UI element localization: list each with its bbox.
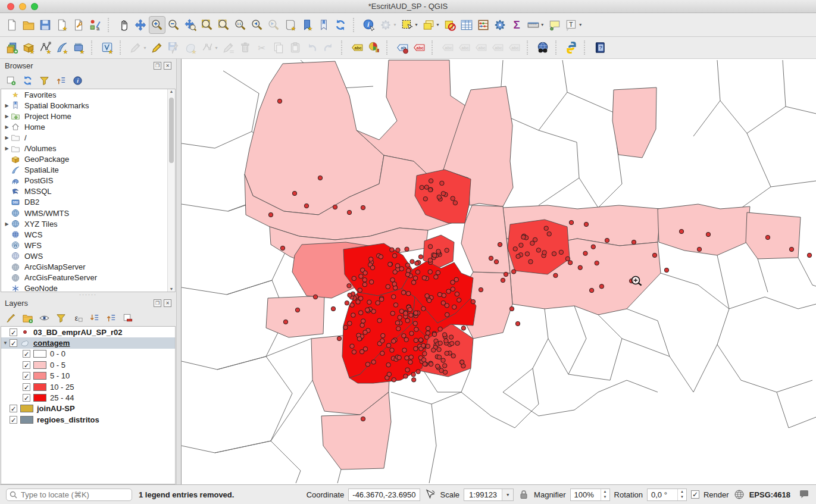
legend-class-row[interactable]: ✓10 - 25 [1, 381, 175, 392]
browser-item-wcs[interactable]: WCS [1, 229, 175, 240]
new-print-layout-button[interactable]: ★ [54, 16, 70, 34]
visibility-checkbox[interactable]: ✓ [10, 416, 17, 424]
zoom-to-selection-button[interactable] [215, 16, 232, 34]
metasearch-button[interactable] [534, 39, 551, 57]
zoom-native-resolution-button[interactable]: 1:1 [232, 16, 249, 34]
pin-labels-button[interactable]: ab [394, 39, 411, 57]
rotation-spinner[interactable]: 0,0 ° ▲▼ [647, 489, 687, 501]
help-button[interactable]: ? [592, 39, 608, 57]
browser-scrollbar[interactable]: ▲▼ [167, 89, 175, 292]
close-window-button[interactable] [7, 3, 14, 10]
collapse-arrow-icon[interactable]: ▼ [1, 340, 10, 346]
run-feature-action-button[interactable]: ▼ [377, 16, 399, 34]
browser-item-mssql[interactable]: MSSQL [1, 186, 175, 197]
browser-item-ows[interactable]: OWS [1, 251, 175, 261]
float-panel-icon[interactable]: ❐ [154, 62, 161, 70]
messages-icon[interactable] [798, 489, 810, 500]
browser-item-favorites[interactable]: ★Favorites [1, 89, 175, 100]
map-tips-button[interactable] [546, 16, 563, 34]
new-spatialite-layer-button[interactable]: ★ [54, 39, 70, 57]
layer-diagram-button[interactable] [365, 39, 382, 57]
save-project-button[interactable] [37, 16, 54, 34]
expand-all-layers-icon[interactable] [89, 312, 101, 324]
browser-item-db2[interactable]: DB2DB2 [1, 197, 175, 208]
visibility-checkbox[interactable]: ✓ [23, 383, 30, 391]
filter-browser-icon[interactable] [39, 75, 51, 87]
render-checkbox[interactable]: ✓ [691, 490, 699, 499]
panel-splitter-handle[interactable]: ······ [0, 292, 176, 296]
zoom-next-button[interactable] [265, 16, 282, 34]
collapse-all-layers-icon[interactable] [105, 312, 117, 324]
spin-up-icon[interactable]: ▲ [678, 489, 686, 495]
choropleth-region[interactable] [266, 296, 324, 337]
new-map-view-button[interactable]: ★ [282, 16, 299, 34]
collapse-all-icon[interactable] [55, 75, 67, 87]
redo-button[interactable] [320, 39, 337, 57]
spin-down-icon[interactable]: ▼ [601, 494, 609, 500]
select-features-button[interactable]: ▼ [399, 16, 420, 34]
open-attribute-table-button[interactable] [458, 16, 475, 34]
processing-toolbox-button[interactable] [492, 16, 508, 34]
spin-up-icon[interactable]: ▲ [601, 489, 609, 495]
filter-legend-icon[interactable] [55, 312, 67, 324]
open-layer-styling-icon[interactable] [5, 312, 17, 324]
visibility-checkbox[interactable]: ✓ [23, 394, 30, 402]
crs-globe-icon[interactable] [733, 489, 745, 500]
style-manager-button[interactable]: a [87, 16, 104, 34]
deselect-all-button[interactable] [442, 16, 458, 34]
select-by-value-button[interactable]: ▼ [420, 16, 442, 34]
properties-widget-icon[interactable]: i [72, 75, 84, 87]
filter-by-expression-icon[interactable]: ε [72, 312, 84, 324]
layer-row-contagem[interactable]: ▼✓contagem [1, 337, 175, 348]
paste-features-button[interactable] [287, 39, 304, 57]
move-label-button[interactable]: abc [439, 39, 456, 57]
expand-arrow-icon[interactable]: ▶ [3, 146, 11, 151]
float-panel-icon[interactable]: ❐ [154, 299, 161, 307]
browser-item-wms-wmts[interactable]: WMS/WMTS [1, 208, 175, 218]
visibility-checkbox[interactable]: ✓ [23, 350, 30, 358]
expand-arrow-icon[interactable]: ▶ [3, 221, 11, 227]
spin-down-icon[interactable]: ▼ [678, 494, 686, 500]
legend-class-row[interactable]: ✓0 - 5 [1, 359, 175, 370]
lock-scale-icon[interactable] [518, 489, 530, 500]
expand-arrow-icon[interactable]: ▶ [3, 103, 11, 108]
edit-label-button[interactable]: abc [506, 39, 523, 57]
expand-arrow-icon[interactable]: ▶ [3, 135, 11, 140]
show-statistics-button[interactable]: Σ [508, 16, 525, 34]
refresh-map-button[interactable] [332, 16, 349, 34]
rotation-value[interactable]: 0,0 ° [648, 489, 677, 500]
maximize-window-button[interactable] [31, 3, 38, 10]
delete-selected-button[interactable] [237, 39, 254, 57]
zoom-in-button[interactable] [149, 16, 165, 34]
browser-item-home[interactable]: ▶Home [1, 121, 175, 132]
save-layer-edits-button[interactable] [165, 39, 182, 57]
layout-manager-button[interactable] [70, 16, 87, 34]
browser-item--[interactable]: ▶/ [1, 132, 175, 143]
manage-map-themes-icon[interactable] [39, 312, 51, 324]
scale-value[interactable]: 1:99123 [464, 489, 502, 500]
copy-features-button[interactable] [270, 39, 287, 57]
browser-item-arcgismapserver[interactable]: ArcGisMapServer [1, 262, 175, 273]
add-selected-layers-icon[interactable] [5, 75, 17, 87]
layer-row-joinau-sp[interactable]: ✓joinAU-SP [1, 403, 175, 414]
pan-to-selection-button[interactable] [132, 16, 149, 34]
visibility-checkbox[interactable]: ✓ [10, 339, 17, 347]
chevron-down-icon[interactable]: ▼ [502, 489, 513, 500]
show-spatial-bookmarks-button[interactable] [315, 16, 332, 34]
add-group-icon[interactable] [22, 312, 34, 324]
browser-item-spatial-bookmarks[interactable]: ▶Spatial Bookmarks [1, 100, 175, 111]
vertex-tool-button[interactable]: ▼ [199, 39, 220, 57]
new-spatial-bookmark-button[interactable]: ★ [299, 16, 315, 34]
browser-item-geonode[interactable]: GeoNode [1, 283, 175, 292]
magnifier-spinner[interactable]: 100% ▲▼ [570, 489, 610, 501]
browser-item-spatialite[interactable]: SpatiaLite [1, 165, 175, 176]
python-console-button[interactable] [563, 39, 580, 57]
zoom-last-button[interactable] [249, 16, 265, 34]
scale-combobox[interactable]: 1:99123 ▼ [464, 489, 514, 501]
minimize-window-button[interactable] [19, 3, 26, 10]
browser-item-arcgisfeatureserver[interactable]: ArcGisFeatureServer [1, 273, 175, 283]
current-edits-button[interactable]: ▼ [127, 39, 149, 57]
zoom-to-layer-button[interactable] [199, 16, 215, 34]
new-shapefile-layer-button[interactable]: ★ [37, 39, 54, 57]
choropleth-region[interactable] [746, 212, 801, 259]
